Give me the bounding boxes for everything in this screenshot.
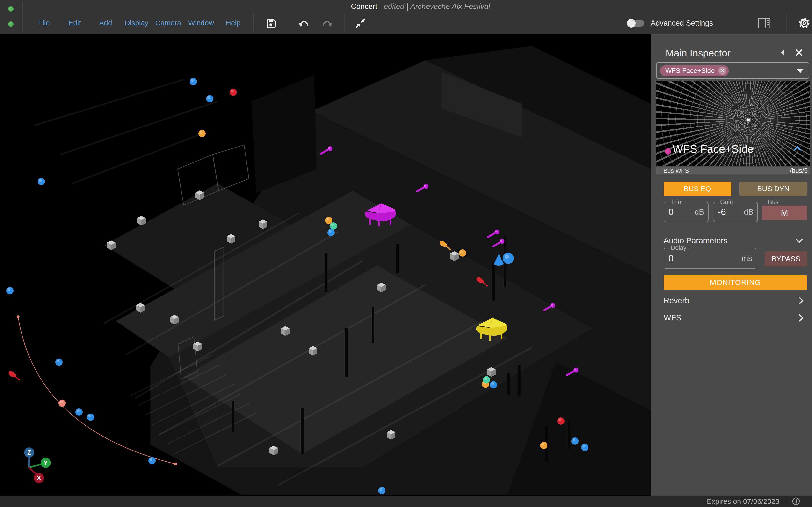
window-title: Concert - edited | Archeveche Aix Festiv… [351, 2, 490, 11]
license-info-button[interactable] [792, 497, 800, 506]
delay-unit: ms [742, 254, 752, 263]
source-dot-blue[interactable] [6, 287, 13, 294]
bus-eq-button[interactable]: BUS EQ [664, 181, 731, 196]
status-led-2 [8, 21, 13, 27]
axis-y-handle[interactable]: Y [41, 458, 51, 468]
violin[interactable] [7, 370, 21, 382]
menu-window[interactable]: Window [188, 19, 214, 27]
source-dot-blue[interactable] [87, 413, 94, 421]
undo-icon [298, 18, 310, 28]
source-dot-blue[interactable] [378, 487, 386, 494]
gain-value[interactable]: -6 [718, 207, 726, 217]
chevron-right-icon[interactable] [798, 296, 804, 306]
panel-close-button[interactable] [795, 49, 803, 57]
delay-value[interactable]: 0 [668, 253, 673, 264]
source-dot-blue[interactable] [55, 358, 63, 366]
trim-field[interactable]: Trim 0 dB [664, 202, 709, 222]
arc-endpoint[interactable] [17, 315, 19, 318]
source-dot-blue[interactable] [571, 438, 578, 445]
status-led-1 [8, 6, 13, 12]
top-bar: Concert - edited | Archeveche Aix Festiv… [0, 0, 812, 34]
chevron-right-icon[interactable] [798, 313, 804, 323]
source-dot-teal[interactable] [330, 222, 337, 230]
arc-endpoint[interactable] [174, 463, 177, 465]
redo-button[interactable] [321, 18, 333, 28]
source-dot-orange[interactable] [325, 217, 332, 224]
divider [786, 497, 786, 506]
axis-y-label: Y [44, 459, 48, 466]
gain-unit: dB [744, 207, 754, 217]
source-dot-red[interactable] [557, 417, 564, 425]
collapse-panels-button[interactable] [355, 17, 366, 29]
light-streak [34, 80, 184, 125]
source-dot-teal[interactable] [483, 376, 490, 383]
divider [253, 14, 254, 32]
stand-bar [232, 401, 235, 432]
panel-collapse-button[interactable] [780, 50, 784, 55]
panel-layout-icon [758, 18, 770, 29]
source-dot-blue[interactable] [327, 229, 335, 236]
source-dot-blue[interactable] [206, 95, 213, 102]
gear-icon [798, 17, 811, 30]
light-streak [72, 135, 198, 183]
source-dot-blue[interactable] [490, 381, 497, 388]
viewport-3d[interactable]: Z Y X [0, 34, 651, 496]
menu-display[interactable]: Display [125, 19, 148, 27]
bus-mute-button[interactable]: M [762, 206, 807, 220]
status-bar: Expires on 07/06/2023 [0, 496, 812, 507]
stand-bar [507, 373, 510, 395]
axis-z-handle[interactable]: Z [24, 447, 34, 457]
collapse-icon [355, 17, 366, 29]
inspector-title: Main Inspector [666, 48, 730, 59]
bus-dyn-button[interactable]: BUS DYN [740, 181, 807, 196]
source-dot-orange[interactable] [198, 130, 206, 137]
panel-layout-button[interactable] [758, 18, 770, 29]
delay-field[interactable]: Delay 0 ms [664, 248, 756, 269]
stand-bar [518, 365, 520, 396]
trim-value[interactable]: 0 [668, 207, 673, 217]
bypass-button[interactable]: BYPASS [765, 251, 807, 266]
source-dot-blue[interactable] [75, 408, 83, 416]
stand-bar [492, 262, 495, 300]
project-subtitle: Archeveche Aix Festival [410, 2, 490, 11]
menu-camera[interactable]: Camera [155, 19, 181, 27]
viewport-3d-scene[interactable] [0, 34, 651, 496]
reverb-section-row[interactable]: Reverb [664, 296, 689, 305]
source-dot-blue[interactable] [38, 178, 45, 185]
selection-dropdown[interactable]: WFS Face+Side ✕ [656, 62, 809, 79]
source-sphere-large[interactable] [503, 253, 514, 264]
axis-gizmo[interactable]: Z Y X [22, 445, 56, 484]
source-dot-blue[interactable] [190, 78, 197, 85]
trim-label: Trim [668, 199, 685, 206]
main-inspector-panel: Main Inspector WFS Face+Side ✕ WFS Face+… [651, 34, 812, 496]
advanced-settings-toggle[interactable] [628, 20, 644, 26]
stand-bar [345, 328, 348, 377]
source-dot-orange[interactable] [540, 442, 547, 449]
stand-bar [396, 244, 399, 273]
collapse-artwork-button[interactable] [793, 145, 802, 153]
undo-button[interactable] [298, 18, 310, 28]
remove-selection-icon[interactable]: ✕ [718, 67, 726, 75]
gain-field[interactable]: Gain -6 dB [713, 202, 758, 222]
bus-info-strip: Bus WFS /bus/5 [656, 167, 810, 174]
source-dot-red[interactable] [230, 89, 237, 96]
settings-button[interactable] [798, 17, 811, 30]
menu-edit[interactable]: Edit [68, 19, 81, 27]
source-dot-orange[interactable] [459, 249, 466, 257]
monitoring-button[interactable]: MONITORING [664, 275, 807, 290]
menu-help[interactable]: Help [226, 19, 241, 27]
audio-parameters-header[interactable]: Audio Parameters [664, 236, 727, 245]
source-dot-salmon[interactable] [58, 400, 66, 407]
menu-add[interactable]: Add [99, 19, 112, 27]
chevron-down-icon[interactable] [795, 238, 804, 245]
divider [786, 14, 787, 32]
source-dot-blue[interactable] [581, 444, 589, 451]
source-dot-blue[interactable] [148, 457, 156, 464]
axis-x-handle[interactable]: X [34, 473, 44, 483]
save-button[interactable] [266, 18, 277, 29]
wfs-section-row[interactable]: WFS [664, 313, 681, 322]
selected-object-tag[interactable]: WFS Face+Side ✕ [660, 65, 729, 76]
stand-bar [325, 253, 327, 292]
edited-flag: - edited [379, 2, 404, 11]
menu-file[interactable]: File [38, 19, 50, 27]
